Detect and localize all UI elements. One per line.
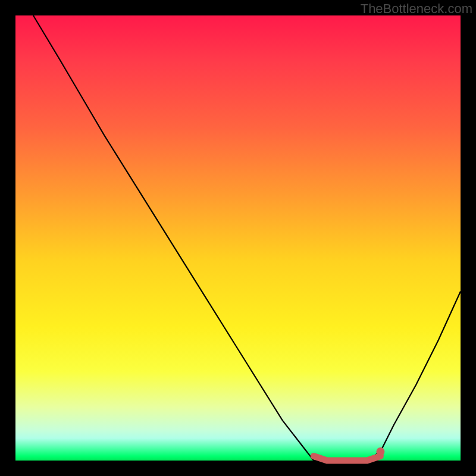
gradient-plot-area <box>15 15 461 461</box>
bottleneck-curve-line <box>33 15 461 461</box>
attribution-text: TheBottleneck.com <box>361 1 472 17</box>
curve-svg <box>15 15 461 461</box>
marker-end-dot <box>376 447 384 456</box>
optimal-range-marker <box>314 456 380 461</box>
